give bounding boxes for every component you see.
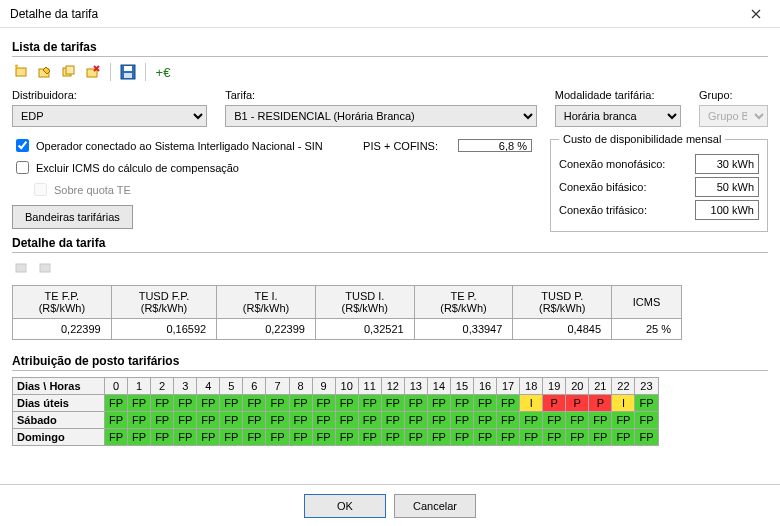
posto-cell[interactable]: FP bbox=[520, 429, 543, 446]
posto-cell[interactable]: FP bbox=[243, 412, 266, 429]
posto-cell[interactable]: FP bbox=[612, 429, 635, 446]
posto-cell[interactable]: FP bbox=[266, 395, 289, 412]
posto-cell[interactable]: FP bbox=[543, 412, 566, 429]
tarifa-cell[interactable]: 0,22399 bbox=[13, 319, 112, 340]
posto-cell[interactable]: FP bbox=[105, 412, 128, 429]
edit-icon[interactable] bbox=[36, 63, 54, 81]
tarifa-cell[interactable]: 0,16592 bbox=[111, 319, 216, 340]
posto-cell[interactable]: FP bbox=[474, 395, 497, 412]
posto-cell[interactable]: FP bbox=[243, 429, 266, 446]
posto-cell[interactable]: FP bbox=[289, 395, 312, 412]
posto-cell[interactable]: FP bbox=[566, 429, 589, 446]
posto-cell[interactable]: FP bbox=[174, 412, 197, 429]
delete-icon[interactable] bbox=[84, 63, 102, 81]
posto-cell[interactable]: FP bbox=[128, 412, 151, 429]
checkbox-sin[interactable] bbox=[16, 139, 29, 152]
posto-cell[interactable]: FP bbox=[220, 429, 243, 446]
posto-cell[interactable]: FP bbox=[450, 429, 473, 446]
button-bandeiras[interactable]: Bandeiras tarifárias bbox=[12, 205, 133, 229]
new-icon[interactable] bbox=[12, 63, 30, 81]
posto-cell[interactable]: FP bbox=[450, 412, 473, 429]
posto-cell[interactable]: FP bbox=[174, 395, 197, 412]
posto-cell[interactable]: P bbox=[566, 395, 589, 412]
posto-cell[interactable]: FP bbox=[358, 429, 381, 446]
posto-cell[interactable]: FP bbox=[289, 412, 312, 429]
posto-cell[interactable]: I bbox=[612, 395, 635, 412]
posto-cell[interactable]: FP bbox=[404, 412, 427, 429]
posto-cell[interactable]: FP bbox=[381, 395, 404, 412]
posto-cell[interactable]: FP bbox=[312, 429, 335, 446]
posto-cell[interactable]: FP bbox=[105, 429, 128, 446]
posto-cell[interactable]: FP bbox=[266, 412, 289, 429]
posto-cell[interactable]: FP bbox=[312, 412, 335, 429]
posto-cell[interactable]: FP bbox=[589, 429, 612, 446]
posto-cell[interactable]: FP bbox=[358, 412, 381, 429]
posto-cell[interactable]: FP bbox=[197, 395, 220, 412]
posto-cell[interactable]: FP bbox=[635, 429, 658, 446]
posto-cell[interactable]: FP bbox=[404, 395, 427, 412]
input-mono[interactable] bbox=[695, 154, 759, 174]
posto-cell[interactable]: FP bbox=[151, 412, 174, 429]
posto-cell[interactable]: FP bbox=[450, 395, 473, 412]
delete-detail-icon[interactable] bbox=[36, 259, 54, 277]
euro-icon[interactable]: +€ bbox=[154, 63, 172, 81]
copy-icon[interactable] bbox=[60, 63, 78, 81]
tarifa-cell[interactable]: 0,22399 bbox=[217, 319, 316, 340]
cancel-button[interactable]: Cancelar bbox=[394, 494, 476, 518]
posto-cell[interactable]: FP bbox=[312, 395, 335, 412]
posto-cell[interactable]: FP bbox=[404, 429, 427, 446]
input-pis-cofins[interactable] bbox=[458, 139, 532, 152]
posto-cell[interactable]: FP bbox=[335, 429, 358, 446]
posto-cell[interactable]: FP bbox=[566, 412, 589, 429]
posto-cell[interactable]: FP bbox=[497, 429, 520, 446]
posto-cell[interactable]: P bbox=[543, 395, 566, 412]
posto-cell[interactable]: FP bbox=[105, 395, 128, 412]
select-grupo[interactable]: Grupo B bbox=[699, 105, 768, 127]
posto-cell[interactable]: FP bbox=[635, 412, 658, 429]
input-tri[interactable] bbox=[695, 200, 759, 220]
posto-cell[interactable]: FP bbox=[497, 395, 520, 412]
tarifa-cell[interactable]: 25 % bbox=[612, 319, 682, 340]
posto-cell[interactable]: FP bbox=[381, 429, 404, 446]
posto-cell[interactable]: FP bbox=[220, 395, 243, 412]
posto-cell[interactable]: FP bbox=[151, 429, 174, 446]
posto-cell[interactable]: P bbox=[589, 395, 612, 412]
new-detail-icon[interactable] bbox=[12, 259, 30, 277]
posto-cell[interactable]: I bbox=[520, 395, 543, 412]
select-modalidade[interactable]: Horária branca bbox=[555, 105, 681, 127]
posto-cell[interactable]: FP bbox=[635, 395, 658, 412]
posto-cell[interactable]: FP bbox=[266, 429, 289, 446]
posto-cell[interactable]: FP bbox=[520, 412, 543, 429]
posto-cell[interactable]: FP bbox=[612, 412, 635, 429]
select-tarifa[interactable]: B1 - RESIDENCIAL (Horária Branca) bbox=[225, 105, 537, 127]
close-button[interactable] bbox=[738, 3, 774, 25]
posto-cell[interactable]: FP bbox=[128, 395, 151, 412]
posto-cell[interactable]: FP bbox=[427, 395, 450, 412]
posto-cell[interactable]: FP bbox=[151, 395, 174, 412]
posto-cell[interactable]: FP bbox=[220, 412, 243, 429]
tarifa-cell[interactable]: 0,4845 bbox=[513, 319, 612, 340]
posto-cell[interactable]: FP bbox=[335, 412, 358, 429]
posto-cell[interactable]: FP bbox=[589, 412, 612, 429]
save-icon[interactable] bbox=[119, 63, 137, 81]
checkbox-icms[interactable] bbox=[16, 161, 29, 174]
tarifa-cell[interactable]: 0,32521 bbox=[315, 319, 414, 340]
posto-cell[interactable]: FP bbox=[335, 395, 358, 412]
posto-cell[interactable]: FP bbox=[358, 395, 381, 412]
posto-cell[interactable]: FP bbox=[243, 395, 266, 412]
posto-cell[interactable]: FP bbox=[427, 429, 450, 446]
posto-cell[interactable]: FP bbox=[474, 412, 497, 429]
select-distribuidora[interactable]: EDP bbox=[12, 105, 207, 127]
posto-cell[interactable]: FP bbox=[289, 429, 312, 446]
posto-cell[interactable]: FP bbox=[128, 429, 151, 446]
ok-button[interactable]: OK bbox=[304, 494, 386, 518]
posto-cell[interactable]: FP bbox=[474, 429, 497, 446]
tarifa-cell[interactable]: 0,33947 bbox=[414, 319, 513, 340]
posto-cell[interactable]: FP bbox=[497, 412, 520, 429]
posto-cell[interactable]: FP bbox=[543, 429, 566, 446]
posto-cell[interactable]: FP bbox=[427, 412, 450, 429]
posto-cell[interactable]: FP bbox=[174, 429, 197, 446]
posto-cell[interactable]: FP bbox=[197, 429, 220, 446]
posto-cell[interactable]: FP bbox=[197, 412, 220, 429]
input-bi[interactable] bbox=[695, 177, 759, 197]
